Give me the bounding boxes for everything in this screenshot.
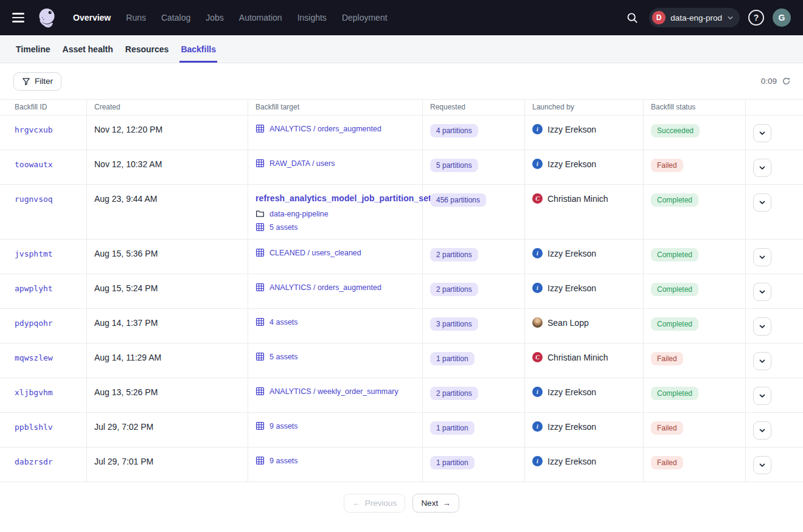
deployment-switcher[interactable]: D data-eng-prod: [649, 8, 740, 27]
code-location-link[interactable]: data-eng-pipeline: [269, 210, 328, 218]
requested-badge: 3 partitions: [430, 317, 478, 331]
tab-resources[interactable]: Resources: [124, 35, 170, 63]
status-badge: Failed: [651, 421, 683, 435]
assets-link[interactable]: 5 assets: [269, 223, 298, 232]
target-cell: 4 assets: [248, 309, 423, 343]
column-header-launched-by: Launched by: [525, 100, 644, 115]
row-actions-button[interactable]: [753, 387, 771, 405]
created-cell: Aug 14, 11:29 AM: [87, 344, 248, 378]
target-cell: ANALYTICS / orders_augmented: [248, 274, 423, 308]
nav-item-deployment[interactable]: Deployment: [338, 9, 391, 26]
previous-page-button[interactable]: ← Previous: [344, 494, 405, 513]
backfill-id-cell: xljbgvhm: [0, 378, 87, 412]
row-actions-button[interactable]: [753, 352, 771, 370]
user-avatar[interactable]: G: [773, 9, 791, 27]
nav-item-insights[interactable]: Insights: [294, 9, 330, 26]
launcher-avatar: i: [532, 124, 543, 134]
requested-badge: 5 partitions: [430, 159, 478, 172]
status-badge: Completed: [651, 248, 698, 261]
row-actions-button[interactable]: [753, 421, 771, 440]
row-actions-button[interactable]: [753, 248, 771, 266]
asset-icon: [255, 317, 265, 326]
requested-cell: 1 partition: [423, 344, 525, 378]
asset-link[interactable]: RAW_DATA / users: [269, 159, 335, 168]
backfill-id-link[interactable]: xljbgvhm: [15, 388, 53, 397]
row-actions-button[interactable]: [753, 124, 771, 142]
requested-cell: 2 partitions: [423, 274, 525, 308]
asset-link[interactable]: ANALYTICS / orders_augmented: [269, 125, 381, 133]
row-actions-button[interactable]: [753, 317, 771, 336]
asset-link[interactable]: 9 assets: [269, 422, 298, 430]
launched-by-cell: i Izzy Erekson: [525, 274, 644, 308]
row-actions-button[interactable]: [753, 193, 771, 212]
nav-item-runs[interactable]: Runs: [122, 9, 150, 26]
launched-by-cell: i Izzy Erekson: [525, 150, 644, 184]
chevron-down-icon: [759, 323, 766, 330]
tab-backfills[interactable]: Backfills: [179, 35, 217, 63]
created-timestamp: Aug 13, 5:26 PM: [94, 387, 158, 397]
backfill-id-link[interactable]: jvsphtmt: [15, 249, 53, 258]
asset-icon: [255, 223, 265, 232]
table-row: pdypqohr Aug 14, 1:37 PM 4 assets 3 part…: [0, 309, 803, 344]
backfill-id-link[interactable]: dabzrsdr: [15, 457, 53, 466]
menu-icon[interactable]: [11, 10, 26, 25]
backfill-id-link[interactable]: toowautx: [15, 160, 53, 169]
row-actions-button[interactable]: [753, 159, 771, 177]
filter-button[interactable]: Filter: [13, 72, 61, 91]
status-cell: Failed: [644, 413, 746, 447]
launched-by-cell: i Izzy Erekson: [525, 378, 644, 412]
backfill-id-link[interactable]: rugnvsoq: [15, 195, 53, 204]
backfill-id-link[interactable]: mqwszlew: [15, 353, 53, 362]
status-badge: Completed: [651, 193, 698, 207]
created-cell: Nov 12, 10:32 AM: [87, 150, 248, 184]
next-page-button[interactable]: Next →: [412, 494, 459, 513]
asset-link[interactable]: ANALYTICS / weekly_order_summary: [269, 387, 398, 396]
backfill-id-cell: jvsphtmt: [0, 240, 87, 274]
row-actions-button[interactable]: [753, 283, 771, 301]
dagster-logo-icon[interactable]: [34, 5, 60, 30]
nav-item-automation[interactable]: Automation: [235, 9, 286, 26]
backfill-id-link[interactable]: pdypqohr: [15, 319, 53, 328]
nav-item-overview[interactable]: Overview: [69, 9, 114, 26]
job-link[interactable]: refresh_analytics_model_job_partition_se…: [255, 193, 415, 203]
launcher-avatar: i: [532, 387, 543, 397]
asset-link[interactable]: 9 assets: [269, 457, 298, 465]
launcher-avatar: i: [532, 159, 543, 169]
asset-link[interactable]: 5 assets: [269, 353, 298, 361]
asset-icon: [255, 352, 265, 361]
asset-icon: [255, 159, 265, 168]
launcher-avatar: i: [532, 248, 543, 258]
launcher-name: Izzy Erekson: [548, 457, 596, 466]
backfill-id-link[interactable]: apwplyht: [15, 284, 53, 293]
row-actions-button[interactable]: [753, 456, 771, 474]
asset-link[interactable]: 4 assets: [269, 318, 298, 326]
launcher-avatar: i: [532, 421, 543, 432]
requested-cell: 3 partitions: [423, 309, 525, 343]
search-icon[interactable]: [624, 9, 641, 26]
requested-cell: 5 partitions: [423, 150, 525, 184]
launched-by-cell: Sean Lopp: [525, 309, 644, 343]
next-page-label: Next: [421, 499, 438, 508]
backfill-id-link[interactable]: ppblshlv: [15, 423, 53, 432]
nav-item-jobs[interactable]: Jobs: [202, 9, 228, 26]
asset-icon: [255, 421, 265, 430]
backfill-id-link[interactable]: hrgvcxub: [15, 125, 53, 134]
status-badge: Failed: [651, 352, 683, 365]
asset-link[interactable]: CLEANED / users_cleaned: [269, 249, 361, 257]
tab-timeline[interactable]: Timeline: [15, 35, 52, 63]
help-icon[interactable]: ?: [748, 10, 764, 26]
asset-link[interactable]: ANALYTICS / orders_augmented: [269, 283, 381, 292]
launcher-name: Izzy Erekson: [548, 387, 596, 397]
chevron-down-icon: [759, 461, 766, 469]
overview-tabs: TimelineAsset healthResourcesBackfills: [0, 35, 803, 63]
tab-asset-health[interactable]: Asset health: [61, 35, 114, 63]
arrow-left-icon: ←: [352, 499, 361, 508]
created-cell: Nov 12, 12:20 PM: [87, 116, 248, 150]
requested-cell: 2 partitions: [423, 378, 525, 412]
nav-item-catalog[interactable]: Catalog: [158, 9, 194, 26]
refresh-icon[interactable]: [782, 77, 791, 86]
created-timestamp: Aug 14, 1:37 PM: [94, 318, 158, 328]
deployment-name: data-eng-prod: [670, 13, 722, 22]
requested-badge: 456 partitions: [430, 193, 486, 207]
actions-cell: [746, 116, 803, 150]
